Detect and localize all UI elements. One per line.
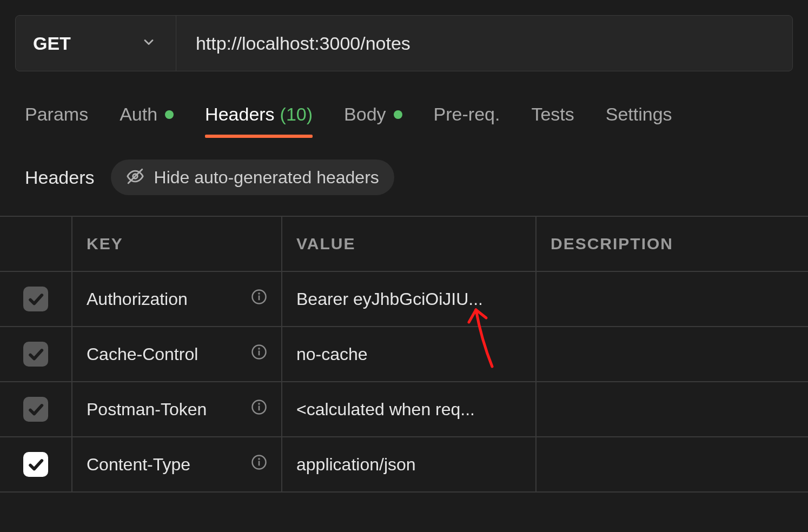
checkbox[interactable] [23, 397, 48, 422]
header-value: no-cache [296, 344, 368, 364]
header-value: <calculated when req... [296, 400, 475, 420]
checkbox[interactable] [23, 287, 48, 311]
tab-body[interactable]: Body [344, 104, 402, 138]
status-dot-icon [165, 110, 174, 119]
request-tabs: Params Auth Headers (10) Body Pre-req. T… [0, 71, 808, 138]
headers-label: Headers [25, 167, 95, 188]
status-dot-icon [394, 110, 402, 119]
tab-headers-count: (10) [280, 104, 313, 125]
svg-point-13 [259, 458, 259, 459]
tab-tests-label: Tests [531, 104, 574, 125]
row-value-cell[interactable]: <calculated when req... [282, 382, 537, 436]
header-key: Authorization [87, 289, 188, 309]
row-description-cell[interactable] [537, 437, 808, 491]
tab-auth[interactable]: Auth [120, 104, 174, 138]
tab-headers[interactable]: Headers (10) [205, 104, 313, 138]
row-description-cell[interactable] [537, 382, 808, 436]
tab-params-label: Params [25, 104, 88, 125]
tab-body-label: Body [344, 104, 386, 125]
row-key-cell[interactable]: Content-Type [72, 437, 282, 491]
row-checkbox-cell [0, 272, 72, 326]
tab-prereq-label: Pre-req. [434, 104, 500, 125]
info-icon[interactable] [251, 289, 267, 309]
header-key: Postman-Token [87, 400, 207, 420]
header-value: application/json [296, 455, 416, 475]
col-description-header: DESCRIPTION [537, 217, 808, 271]
svg-point-4 [259, 293, 259, 294]
tab-headers-label: Headers [205, 104, 275, 125]
table-row: Cache-Control no-cache [0, 327, 808, 382]
info-icon[interactable] [251, 399, 267, 420]
request-bar: GET [15, 15, 793, 71]
headers-controls: Headers Hide auto-generated headers [0, 138, 808, 206]
tab-settings-label: Settings [606, 104, 672, 125]
checkbox[interactable] [23, 342, 48, 367]
checkbox[interactable] [23, 452, 48, 477]
tab-settings[interactable]: Settings [606, 104, 672, 138]
method-select[interactable]: GET [16, 16, 176, 71]
hide-auto-headers-button[interactable]: Hide auto-generated headers [111, 159, 394, 195]
hide-auto-headers-label: Hide auto-generated headers [154, 168, 379, 188]
info-icon[interactable] [251, 454, 267, 475]
table-row: Postman-Token <calculated when req... [0, 382, 808, 437]
row-key-cell[interactable]: Authorization [72, 272, 282, 326]
table-row: Content-Type application/json [0, 437, 808, 493]
headers-table: KEY VALUE DESCRIPTION Authorization Bear… [0, 216, 808, 493]
header-value: Bearer eyJhbGciOiJIU... [296, 289, 483, 309]
row-description-cell[interactable] [537, 272, 808, 326]
url-input[interactable] [176, 16, 792, 71]
col-checkbox-header [0, 217, 72, 271]
chevron-down-icon [141, 35, 156, 52]
table-header-row: KEY VALUE DESCRIPTION [0, 217, 808, 272]
eye-slash-icon [126, 167, 144, 188]
col-value-header: VALUE [282, 217, 537, 271]
tab-tests[interactable]: Tests [531, 104, 574, 138]
row-key-cell[interactable]: Postman-Token [72, 382, 282, 436]
header-key: Cache-Control [87, 344, 198, 364]
row-value-cell[interactable]: no-cache [282, 327, 537, 381]
svg-point-10 [259, 403, 259, 404]
info-icon[interactable] [251, 344, 267, 364]
row-key-cell[interactable]: Cache-Control [72, 327, 282, 381]
header-key: Content-Type [87, 455, 190, 475]
col-key-header: KEY [72, 217, 282, 271]
row-checkbox-cell [0, 327, 72, 381]
row-description-cell[interactable] [537, 327, 808, 381]
tab-params[interactable]: Params [25, 104, 88, 138]
svg-point-7 [259, 348, 259, 349]
row-checkbox-cell [0, 437, 72, 491]
row-value-cell[interactable]: application/json [282, 437, 537, 491]
table-row: Authorization Bearer eyJhbGciOiJIU... [0, 272, 808, 327]
row-checkbox-cell [0, 382, 72, 436]
tab-auth-label: Auth [120, 104, 157, 125]
method-text: GET [33, 33, 71, 54]
row-value-cell[interactable]: Bearer eyJhbGciOiJIU... [282, 272, 537, 326]
tab-prereq[interactable]: Pre-req. [434, 104, 500, 138]
